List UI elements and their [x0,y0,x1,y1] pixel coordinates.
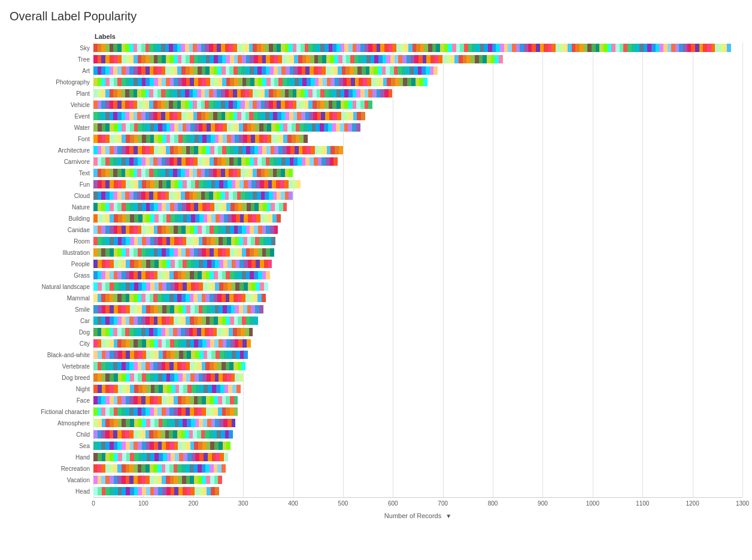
bar-segment [675,44,680,52]
x-tick-label: 1300 [736,500,749,507]
bar-segment [98,260,102,268]
bar-segment [178,248,182,257]
bar-segment [93,180,98,188]
bar-segment [166,282,171,291]
bar-segment [93,44,98,52]
bar-segment [333,112,337,120]
bar-segment [169,112,174,120]
bar-segment [141,430,145,439]
bar-segment [150,226,154,234]
bar-segment [255,123,259,132]
bar-segment [105,157,110,166]
bar [93,101,373,109]
bar-segment [281,169,285,177]
bar-segment [157,89,162,98]
table-row: Night [10,384,742,394]
bar-segment [177,157,181,166]
bar-segment [122,351,126,359]
bar-segment [141,328,145,336]
bar-segment [199,180,203,188]
bar-segment [229,44,233,52]
bar-segment [93,419,98,427]
bar-segment [235,282,239,291]
bar-segment [207,214,211,223]
bar-segment [142,453,147,461]
bar-segment [162,123,166,132]
bar-segment [333,157,338,166]
bar-segment [166,351,171,359]
bar-segment [126,157,130,166]
bar-segment [202,135,207,143]
bar-segment [110,55,114,63]
bar-segment [217,157,222,166]
bar-segment [113,294,117,302]
bar-segment [178,123,183,132]
bar-segment [98,169,102,177]
bar-segment [110,396,114,404]
bar-segment [181,226,186,234]
bar-segment [178,339,182,348]
bar-segment [290,66,294,75]
row-label: Photography [10,79,93,86]
table-row: Water [10,122,742,133]
bar-segment [171,453,175,461]
bar-segment [98,248,102,257]
bar-segment [229,101,233,109]
bar-segment [572,44,576,52]
bar-segment [226,407,230,416]
bar-segment [249,44,253,52]
bar-segment [161,89,165,98]
bar-segment [219,135,223,143]
row-label: Hand [10,454,93,461]
bar-segment [499,55,503,63]
bar-segment [198,66,202,75]
bar-segment [114,385,118,393]
bar-segment [177,328,181,336]
bar-segment [126,385,131,393]
bar-segment [198,316,202,325]
bar-segment [93,146,98,154]
bar-segment [202,248,206,257]
bar-segment [193,101,197,109]
bar-segment [110,430,114,439]
bar-segment [181,362,186,370]
bar-segment [150,305,154,314]
bar-segment [117,44,122,52]
bar-segment [377,44,381,52]
bar-segment [162,316,166,325]
bar-segment [117,203,122,211]
bar-segment [190,476,194,484]
bar-segment [122,407,126,416]
bar-segment [218,396,222,404]
bar-segment [93,305,98,314]
filter-icon[interactable]: ▼ [445,513,451,519]
bar-segment [198,271,202,279]
bar-segment [568,44,572,52]
bar-segment [330,66,334,75]
table-row: Smile [10,304,742,315]
bar-segment [635,44,639,52]
bar-segment [348,89,353,98]
bar-segment [229,328,233,336]
bar-segment [134,191,138,200]
bar-segment [114,146,118,154]
bar-segment [122,112,126,120]
bar-segment [117,339,122,348]
bar-segment [174,487,178,495]
bar-segment [183,237,187,245]
bar-segment [134,248,138,257]
bar-segment [198,146,202,154]
bar-segment [130,487,134,495]
bar-segment [319,146,323,154]
bar-segment [244,180,248,188]
bar-segment [126,214,130,223]
bar-segment [194,226,198,234]
bar-segment [214,407,218,416]
bar-segment [130,419,134,427]
bar-segment [154,373,158,382]
bar-segment [134,101,138,109]
bar-segment [211,419,216,427]
bar-segment [250,226,254,234]
bar-segment [186,123,190,132]
bar-segment [296,123,300,132]
